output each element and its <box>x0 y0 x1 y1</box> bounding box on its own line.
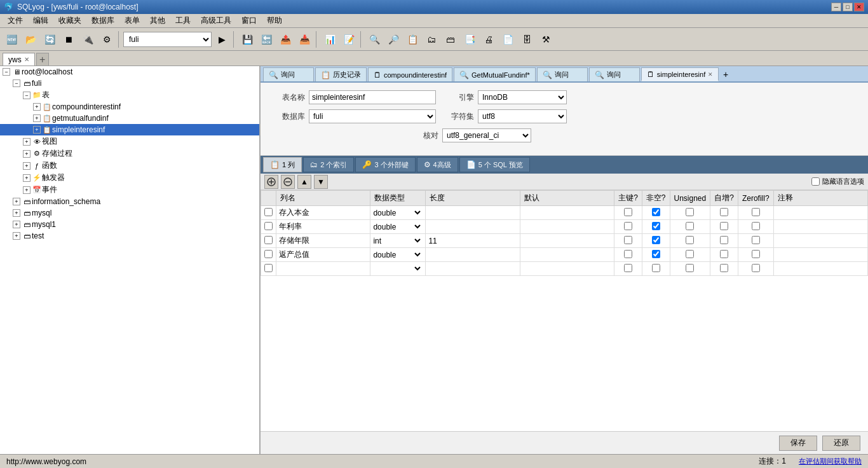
db-selector[interactable]: fuli information_schema mysql mysql1 tes… <box>123 32 212 47</box>
name-input-2[interactable] <box>279 223 367 231</box>
length-input-1[interactable] <box>428 209 517 217</box>
menu-file[interactable]: 文件 <box>3 14 28 27</box>
menu-help[interactable]: 帮助 <box>262 14 287 27</box>
tree-db-mysql[interactable]: + 🗃 mysql <box>0 207 259 219</box>
pk-check-3[interactable] <box>624 236 632 244</box>
unsigned-check-4[interactable] <box>686 250 694 258</box>
right-tab-mutual[interactable]: 🔍 GetMutualFundinf* <box>454 67 536 81</box>
row-select-3[interactable] <box>264 236 273 244</box>
zerofill-check-5[interactable] <box>752 264 760 272</box>
nn-check-4[interactable] <box>652 250 660 258</box>
expand-procs[interactable]: + <box>23 150 31 158</box>
comment-input-4[interactable] <box>776 251 865 259</box>
type-input-4[interactable] <box>373 251 411 259</box>
tb-icon12[interactable]: 🔍 <box>365 31 383 48</box>
right-tab-compound[interactable]: 🗒 compoundinterestinf <box>368 67 452 81</box>
right-tab-query2[interactable]: 🔍 询问 <box>537 67 588 81</box>
row-select-5[interactable] <box>264 264 273 272</box>
tb-icon19[interactable]: 📄 <box>499 31 517 48</box>
right-tab-add[interactable]: + <box>720 67 731 81</box>
pk-check-5[interactable] <box>624 264 632 272</box>
tb-stop[interactable]: ⏹ <box>60 31 78 48</box>
pk-check-1[interactable] <box>624 208 632 216</box>
name-input-4[interactable] <box>279 251 367 259</box>
tb-icon10[interactable]: 📊 <box>321 31 339 48</box>
name-input-3[interactable] <box>279 237 367 245</box>
restore-button[interactable]: 还原 <box>822 436 860 451</box>
close-btn[interactable]: ✕ <box>854 3 864 11</box>
workspace-tab-yws[interactable]: yws ✕ <box>3 53 35 65</box>
unsigned-check-2[interactable] <box>686 222 694 230</box>
zerofill-check-4[interactable] <box>752 250 760 258</box>
tb-refresh[interactable]: 🔄 <box>41 31 58 48</box>
tb-icon15[interactable]: 🗂 <box>423 31 440 48</box>
menu-edit[interactable]: 编辑 <box>28 14 53 27</box>
row-select-1[interactable] <box>264 208 273 216</box>
menu-window[interactable]: 窗口 <box>236 14 262 27</box>
tree-db-test[interactable]: + 🗃 test <box>0 230 259 242</box>
zerofill-check-2[interactable] <box>752 222 760 230</box>
tb-icon7[interactable]: 🔙 <box>257 31 275 48</box>
autoinc-check-5[interactable] <box>720 264 728 272</box>
menu-advanced[interactable]: 高级工具 <box>196 14 236 27</box>
expand-compound[interactable]: + <box>33 103 41 111</box>
type-input-3[interactable] <box>373 237 411 245</box>
unsigned-check-5[interactable] <box>686 264 694 272</box>
default-input-1[interactable] <box>523 209 611 217</box>
tb-icon13[interactable]: 🔎 <box>384 31 402 48</box>
tb-icon11[interactable]: 📝 <box>340 31 358 48</box>
name-input-1[interactable] <box>279 209 367 217</box>
tb-icon6[interactable]: 💾 <box>238 31 256 48</box>
table-name-input[interactable] <box>309 90 436 104</box>
tb-icon8[interactable]: 📤 <box>276 31 294 48</box>
length-input-3[interactable] <box>428 237 517 245</box>
tb-icon20[interactable]: 🗄 <box>518 31 536 48</box>
tree-folder-views[interactable]: + 👁 视图 <box>0 135 259 148</box>
delete-row-btn[interactable] <box>281 175 295 189</box>
hide-language-checkbox[interactable] <box>811 177 820 186</box>
nn-check-1[interactable] <box>652 208 660 216</box>
type-input-1[interactable] <box>373 209 411 217</box>
expand-simple[interactable]: + <box>33 126 41 134</box>
length-input-4[interactable] <box>428 251 517 259</box>
type-input-5[interactable] <box>373 265 411 273</box>
minimize-btn[interactable]: ─ <box>831 3 841 11</box>
tree-db-mysql1[interactable]: + 🗃 mysql1 <box>0 219 259 230</box>
default-input-2[interactable] <box>523 223 611 231</box>
move-up-btn[interactable]: ▲ <box>297 175 311 189</box>
tree-db-info[interactable]: + 🗃 information_schema <box>0 196 259 207</box>
tree-db-fuli[interactable]: − 🗃 fuli <box>0 78 259 89</box>
workspace-tab-add[interactable]: + <box>36 53 49 65</box>
tb-icon9[interactable]: 📥 <box>295 31 313 48</box>
tree-folder-triggers[interactable]: + ⚡ 触发器 <box>0 172 259 184</box>
expand-events[interactable]: + <box>23 186 31 194</box>
type-select-2[interactable]: ▼ <box>411 223 423 231</box>
unsigned-check-1[interactable] <box>686 208 694 216</box>
type-select-3[interactable]: ▼ <box>411 237 423 245</box>
name-input-5[interactable] <box>279 265 367 273</box>
expand-test[interactable]: + <box>13 232 20 240</box>
expand-tables[interactable]: − <box>23 92 31 99</box>
engine-select[interactable]: InnoDB MyISAM MEMORY <box>478 90 567 104</box>
tb-reconnect[interactable]: 🔌 <box>79 31 97 48</box>
expand-mysql[interactable]: + <box>13 209 20 217</box>
tree-folder-funcs[interactable]: + ƒ 函数 <box>0 160 259 172</box>
expand-info[interactable]: + <box>13 198 20 205</box>
autoinc-check-3[interactable] <box>720 236 728 244</box>
db-select[interactable]: fuli <box>309 109 436 123</box>
right-tab-simple[interactable]: 🗒 simpleinteresinf ✕ <box>641 67 719 81</box>
tree-folder-tables[interactable]: − 📁 表 <box>0 89 259 101</box>
type-select-1[interactable]: ▼ <box>411 209 423 217</box>
menu-database[interactable]: 数据库 <box>86 14 119 27</box>
add-row-btn[interactable] <box>264 175 278 189</box>
tb-icon16[interactable]: 🗃 <box>442 31 459 48</box>
expand-root[interactable]: − <box>3 68 10 76</box>
zerofill-check-3[interactable] <box>752 236 760 244</box>
tb-exec[interactable]: ▶ <box>213 31 231 48</box>
pk-check-2[interactable] <box>624 222 632 230</box>
type-select-4[interactable]: ▼ <box>411 251 423 259</box>
tree-table-mutual[interactable]: + 📋 getmutualfundinf <box>0 113 259 124</box>
autoinc-check-1[interactable] <box>720 208 728 216</box>
length-input-2[interactable] <box>428 223 517 231</box>
expand-fuli[interactable]: − <box>13 79 20 87</box>
